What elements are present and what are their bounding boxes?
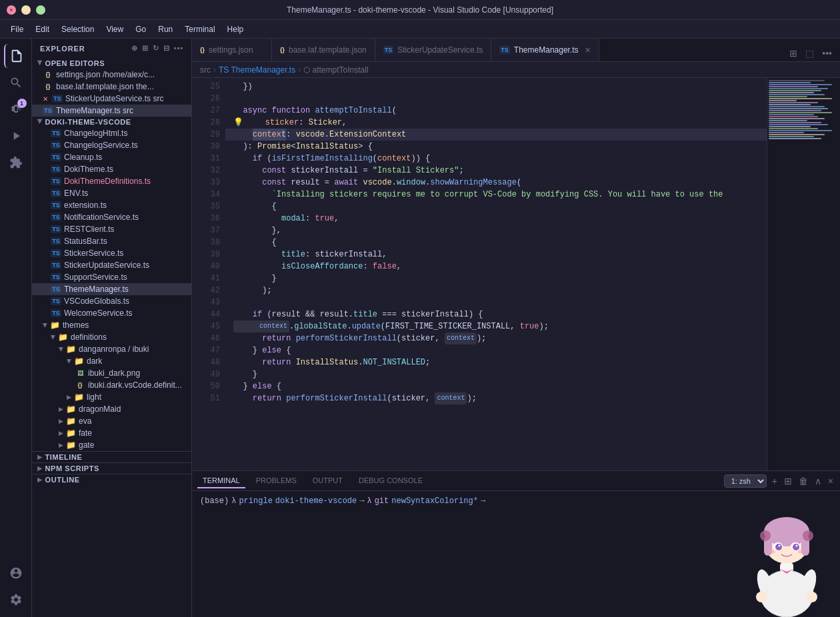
fate-folder[interactable]: ▶ 📁 fate bbox=[32, 427, 191, 439]
maximize-button[interactable] bbox=[36, 5, 45, 15]
tab-debug-console[interactable]: DEBUG CONSOLE bbox=[353, 474, 428, 488]
file-welcome-service[interactable]: TS WelcomeService.ts bbox=[32, 307, 191, 319]
file-status-bar[interactable]: TS StatusBar.ts bbox=[32, 235, 191, 247]
refresh-icon[interactable]: ↻ bbox=[153, 44, 159, 53]
close-button[interactable]: × bbox=[7, 5, 16, 15]
definitions-label: definitions bbox=[71, 332, 107, 342]
activity-source-control[interactable]: 1 bbox=[4, 97, 28, 121]
outline-header[interactable]: ▶ OUTLINE bbox=[32, 474, 191, 485]
menu-edit[interactable]: Edit bbox=[30, 22, 55, 37]
file-ibuki-dark-png[interactable]: 🖼 ibuki_dark.png bbox=[32, 367, 191, 379]
activity-run[interactable] bbox=[4, 124, 28, 148]
shell-select[interactable]: 1: zsh bbox=[724, 474, 767, 488]
npm-scripts-header[interactable]: ▶ NPM SCRIPTS bbox=[32, 463, 191, 474]
file-ibuki-dark-def[interactable]: {} ibuki.dark.vsCode.definit... bbox=[32, 379, 191, 391]
new-file-icon[interactable]: ⊕ bbox=[131, 44, 138, 53]
tab-output[interactable]: OUTPUT bbox=[307, 474, 348, 488]
ts-icon: TS bbox=[52, 95, 63, 103]
file-changelog-html[interactable]: TS ChangelogHtml.ts bbox=[32, 127, 191, 139]
tab-problems[interactable]: PROBLEMS bbox=[251, 474, 302, 488]
tab-terminal[interactable]: TERMINAL bbox=[197, 474, 245, 488]
open-editor-theme-manager[interactable]: TS ThemeManager.ts src bbox=[32, 105, 191, 117]
terminal-content[interactable]: (base) λ pringle doki-theme-vscode → λ g… bbox=[192, 491, 840, 617]
definitions-folder[interactable]: ▶ 📁 definitions bbox=[32, 331, 191, 343]
file-doki-theme-definitions[interactable]: TS DokiThemeDefinitions.ts bbox=[32, 175, 191, 187]
more-actions-icon[interactable]: ••• bbox=[819, 45, 835, 61]
breadcrumb-src[interactable]: src bbox=[200, 65, 211, 75]
file-name: StickerService.ts bbox=[64, 249, 123, 258]
file-env[interactable]: TS ENV.ts bbox=[32, 187, 191, 199]
code-line: ): Promise<InstallStatus> { bbox=[225, 141, 767, 153]
menu-run[interactable]: Run bbox=[153, 22, 178, 37]
tab-settings-json[interactable]: {} settings.json bbox=[192, 39, 272, 61]
ts-icon: TS bbox=[51, 213, 61, 221]
file-doki-theme[interactable]: TS DokiTheme.ts bbox=[32, 163, 191, 175]
file-theme-manager[interactable]: TS ThemeManager.ts bbox=[32, 283, 191, 295]
open-editors-header[interactable]: ▶ OPEN EDITORS bbox=[32, 58, 191, 69]
menu-file[interactable]: File bbox=[5, 22, 29, 37]
light-chevron: ▶ bbox=[67, 394, 71, 400]
code-editor[interactable]: 25 26 27 28 29 30 31 32 33 34 35 36 37 3… bbox=[192, 78, 767, 470]
new-folder-icon[interactable]: ⊞ bbox=[142, 44, 149, 53]
file-vscode-globals[interactable]: TS VSCodeGlobals.ts bbox=[32, 295, 191, 307]
dragonmaid-folder[interactable]: ▶ 📁 dragonMaid bbox=[32, 403, 191, 415]
menu-terminal[interactable]: Terminal bbox=[179, 22, 220, 37]
split-editor-icon[interactable]: ⊞ bbox=[787, 45, 800, 61]
file-extension[interactable]: TS extension.ts bbox=[32, 199, 191, 211]
menu-selection[interactable]: Selection bbox=[56, 22, 99, 37]
json-icon: {} bbox=[43, 71, 53, 78]
activity-explorer[interactable] bbox=[4, 44, 28, 68]
timeline-header[interactable]: ▶ TIMELINE bbox=[32, 452, 191, 462]
activity-extensions[interactable] bbox=[4, 151, 28, 175]
code-content[interactable]: }) async function attemptToInstall( 💡 st… bbox=[225, 78, 767, 470]
menu-view[interactable]: View bbox=[101, 22, 129, 37]
activity-search[interactable] bbox=[4, 71, 28, 95]
file-sticker-update-service[interactable]: TS StickerUpdateService.ts bbox=[32, 259, 191, 271]
more-icon[interactable]: ••• bbox=[174, 44, 183, 53]
open-editor-base-laf[interactable]: {} base.laf.template.json the... bbox=[32, 81, 191, 93]
file-notification[interactable]: TS NotificationService.ts bbox=[32, 211, 191, 223]
code-area: 25 26 27 28 29 30 31 32 33 34 35 36 37 3… bbox=[192, 78, 840, 470]
collapse-icon[interactable]: ⊟ bbox=[163, 44, 170, 53]
project-section-header[interactable]: ▶ DOKI-THEME-VSCODE bbox=[32, 117, 191, 127]
gate-label: gate bbox=[79, 440, 94, 450]
activity-settings[interactable] bbox=[4, 588, 28, 612]
open-editor-settings[interactable]: {} settings.json /home/alex/c... bbox=[32, 69, 191, 81]
file-cleanup[interactable]: TS Cleanup.ts bbox=[32, 151, 191, 163]
light-folder[interactable]: ▶ 📁 light bbox=[32, 391, 191, 403]
anime-character bbox=[733, 491, 840, 617]
prompt-git-args: newSyntaxColoring* bbox=[391, 496, 478, 506]
minimize-button[interactable] bbox=[21, 5, 31, 15]
project-label: DOKI-THEME-VSCODE bbox=[45, 118, 131, 126]
file-rest-client[interactable]: TS RESTClient.ts bbox=[32, 223, 191, 235]
menu-help[interactable]: Help bbox=[222, 22, 249, 37]
eva-label: eva bbox=[79, 416, 91, 426]
gate-folder[interactable]: ▶ 📁 gate bbox=[32, 439, 191, 451]
danganronpa-folder[interactable]: ▶ 📁 danganronpa / ibuki bbox=[32, 343, 191, 355]
menu-go[interactable]: Go bbox=[130, 22, 151, 37]
breadcrumb-function[interactable]: ⬡ attemptToInstall bbox=[303, 65, 368, 75]
svg-point-18 bbox=[756, 592, 767, 602]
file-sticker-service[interactable]: TS StickerService.ts bbox=[32, 247, 191, 259]
trash-terminal-icon[interactable]: 🗑 bbox=[797, 474, 809, 488]
tab-close-icon[interactable]: × bbox=[585, 45, 591, 55]
dark-folder[interactable]: ▶ 📁 dark bbox=[32, 355, 191, 367]
file-name: StickerUpdateService.ts src bbox=[65, 94, 163, 103]
split-terminal-icon[interactable]: ⊞ bbox=[783, 474, 793, 488]
outline-section: ▶ OUTLINE bbox=[32, 474, 191, 485]
activity-accounts[interactable] bbox=[4, 561, 28, 585]
breadcrumb-ts[interactable]: TS ThemeManager.ts bbox=[219, 65, 295, 75]
file-name: DokiThemeDefinitions.ts bbox=[64, 177, 151, 186]
collapse-terminal-icon[interactable]: ∧ bbox=[813, 474, 823, 488]
toggle-sidebar-icon[interactable]: ⬚ bbox=[803, 45, 817, 61]
tab-theme-manager[interactable]: TS ThemeManager.ts × bbox=[491, 39, 599, 61]
open-editor-sticker-update[interactable]: ✕ TS StickerUpdateService.ts src bbox=[32, 93, 191, 105]
tab-base-laf[interactable]: {} base.laf.template.json bbox=[272, 39, 375, 61]
tab-sticker-update[interactable]: TS StickerUpdateService.ts bbox=[375, 39, 492, 61]
file-support-service[interactable]: TS SupportService.ts bbox=[32, 271, 191, 283]
themes-folder-header[interactable]: ▶ 📁 themes bbox=[32, 319, 191, 331]
eva-folder[interactable]: ▶ 📁 eva bbox=[32, 415, 191, 427]
file-changelog-service[interactable]: TS ChangelogService.ts bbox=[32, 139, 191, 151]
close-terminal-icon[interactable]: × bbox=[827, 474, 835, 488]
new-terminal-icon[interactable]: + bbox=[771, 474, 779, 488]
